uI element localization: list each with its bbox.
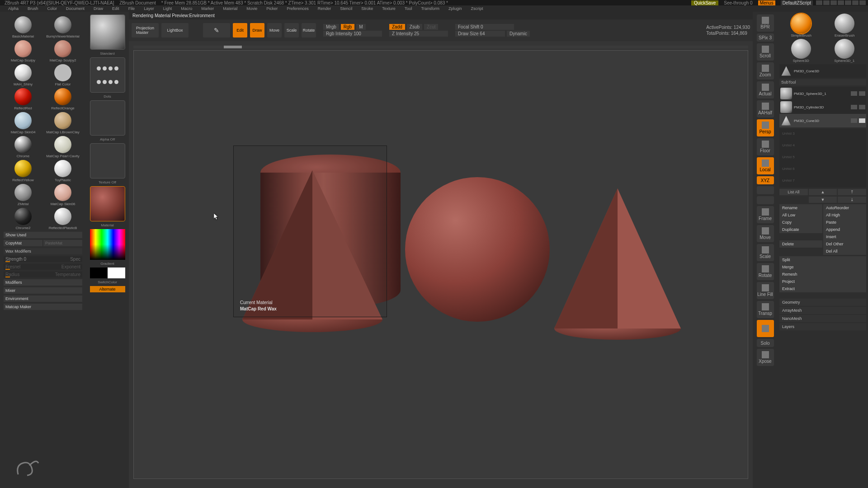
menu-color[interactable]: Color (47, 6, 57, 11)
material-matcap-skin04[interactable]: MatCap Skin04 (4, 111, 42, 134)
mixer-section[interactable]: Mixer (4, 287, 82, 294)
menu-brush[interactable]: Brush (28, 6, 38, 11)
material-slot[interactable] (90, 186, 125, 221)
autoreorder-button[interactable]: AutoReorder (823, 204, 866, 211)
nav-spix-3[interactable]: SPix 3 (757, 33, 774, 42)
nav-scroll[interactable]: Scroll (757, 43, 774, 61)
menu-marker[interactable]: Marker (201, 6, 214, 11)
nav-aahalf[interactable]: AAHalf (757, 100, 774, 117)
move-up-icon[interactable]: ▲ (809, 189, 837, 195)
z-intensity-slider[interactable]: Z Intensity 25 (389, 31, 448, 37)
nav-move[interactable]: Move (757, 225, 774, 242)
delete-button[interactable]: Delete (779, 240, 822, 248)
brush-eraserbrush[interactable]: EraserBrush (835, 14, 854, 38)
all-low-button[interactable]: All Low (779, 211, 822, 219)
extract-section[interactable]: Extract (779, 285, 866, 292)
environment-section[interactable]: Environment (4, 296, 82, 302)
menu-stencil[interactable]: Stencil (340, 6, 352, 11)
nav-frame[interactable]: Frame (757, 206, 774, 223)
window-max[interactable] (852, 0, 859, 5)
nav-persp[interactable]: Persp (757, 119, 774, 136)
menus-toggle[interactable]: Menus (758, 0, 775, 5)
material-matcap-skin06[interactable]: MatCap Skin06 (43, 183, 82, 206)
window-btn-4[interactable] (838, 0, 844, 5)
material-matcap-pearl-cavity[interactable]: MatCap Pearl Cavity (43, 135, 82, 158)
menu-light[interactable]: Light (163, 6, 172, 11)
nav-scale[interactable]: Scale (757, 244, 774, 261)
default-zscript[interactable]: DefaultZScript (781, 0, 813, 5)
material-basicmaterial[interactable]: BasicMaterial (4, 15, 42, 38)
subtool-header[interactable]: SubTool (779, 79, 866, 85)
window-btn-3[interactable] (830, 0, 837, 5)
nav-icon[interactable] (757, 186, 774, 194)
pastemat-button[interactable]: PasteMat (43, 240, 82, 246)
window-btn-1[interactable] (816, 0, 822, 5)
color-picker[interactable] (90, 229, 125, 260)
viewport-canvas[interactable]: Current Material MatCap Red Wax (133, 50, 748, 479)
nav-xpose[interactable]: Xpose (757, 349, 774, 366)
texture-slot[interactable] (90, 143, 125, 178)
subtool-pm3d_sphere3d_1[interactable]: PM3D_Sphere3D_1 (779, 87, 866, 100)
move-top-icon[interactable]: ⤒ (838, 189, 866, 195)
append-button[interactable]: Append (823, 226, 866, 233)
mrgb-toggle[interactable]: Mrgb (323, 24, 339, 30)
rename-button[interactable]: Rename (779, 204, 822, 211)
window-close[interactable] (859, 0, 866, 5)
material-flat-color[interactable]: Flat Color (43, 63, 82, 86)
cone-mesh-right[interactable] (554, 188, 681, 340)
menu-preferences[interactable]: Preferences (287, 6, 309, 11)
window-btn-2[interactable] (823, 0, 830, 5)
show-used-button[interactable]: Show Used (4, 232, 82, 238)
edit-button[interactable]: Edit (233, 23, 247, 38)
material-matcap-lbrownclay[interactable]: MatCap LBrownClay (43, 111, 82, 134)
color-swatches[interactable] (90, 267, 125, 278)
zadd-toggle[interactable]: Zadd (389, 24, 405, 30)
menu-zplugin[interactable]: Zplugin (448, 6, 462, 11)
duplicate-button[interactable]: Duplicate (779, 226, 822, 233)
matcap-maker-section[interactable]: Matcap Maker (4, 304, 82, 310)
wax-modifiers-header[interactable]: Wax Modifiers (4, 248, 82, 254)
material-reflectedplasticb[interactable]: ReflectedPlasticB (43, 207, 82, 230)
nav-icon[interactable] (757, 320, 774, 337)
copy-button[interactable]: Copy (779, 219, 822, 226)
brush-slot[interactable] (90, 14, 125, 50)
menu-edit[interactable]: Edit (112, 6, 119, 11)
material-matcap-sculpy2[interactable]: MatCap Sculpy2 (43, 39, 82, 62)
tool-sphere3d[interactable]: Sphere3D (791, 39, 811, 63)
nav-xyz[interactable]: XYZ (757, 176, 774, 184)
material-chrome[interactable]: Chrome (4, 135, 42, 158)
menu-zscript[interactable]: Zscript (471, 6, 483, 11)
nav-rotate[interactable]: Rotate (757, 263, 774, 280)
strength-slider[interactable]: Strength 0 (5, 257, 26, 262)
tool-sphere3d_1[interactable]: Sphere3D_1 (834, 39, 854, 63)
radius-slider[interactable]: Radius (5, 272, 19, 277)
material-zmetal[interactable]: ZMetal (4, 183, 42, 206)
material-reflectred[interactable]: ReflectRed (4, 87, 42, 110)
stroke-slot[interactable] (90, 57, 125, 93)
menu-macro[interactable]: Macro (181, 6, 192, 11)
zcut-toggle[interactable]: Zcut (424, 24, 438, 30)
merge-section[interactable]: Merge (779, 263, 866, 271)
split-section[interactable]: Split (779, 256, 866, 263)
menu-texture[interactable]: Texture (382, 6, 396, 11)
rgb-intensity-slider[interactable]: Rgb Intensity 100 (323, 31, 382, 37)
lightbox-button[interactable]: LightBox (161, 23, 189, 38)
nav-actual[interactable]: Actual (757, 81, 774, 99)
all-high-button[interactable]: All High (823, 211, 866, 219)
material-toyplastic[interactable]: ToyPlastic (43, 159, 82, 182)
menu-alpha[interactable]: Alpha (8, 6, 19, 11)
menu-layer[interactable]: Layer (144, 6, 154, 11)
rotate-button[interactable]: Rotate (302, 23, 316, 38)
menu-render[interactable]: Render (318, 6, 331, 11)
nanomesh-section[interactable]: NanoMesh (779, 315, 866, 322)
menu-material[interactable]: Material (223, 6, 237, 11)
zsub-toggle[interactable]: Zsub (407, 24, 422, 30)
insert-button[interactable]: Insert (823, 233, 866, 240)
nav-icon[interactable] (757, 196, 774, 204)
current-tool[interactable]: PM3D_Cone3D (779, 64, 866, 78)
copymat-button[interactable]: CopyMat (4, 240, 42, 246)
subtool-pm3d_cone3d[interactable]: PM3D_Cone3D (779, 114, 866, 127)
sphere-mesh[interactable] (405, 177, 550, 322)
switchcolor-button[interactable]: SwitchColor (98, 280, 117, 284)
nav-local[interactable]: Local (757, 157, 774, 174)
